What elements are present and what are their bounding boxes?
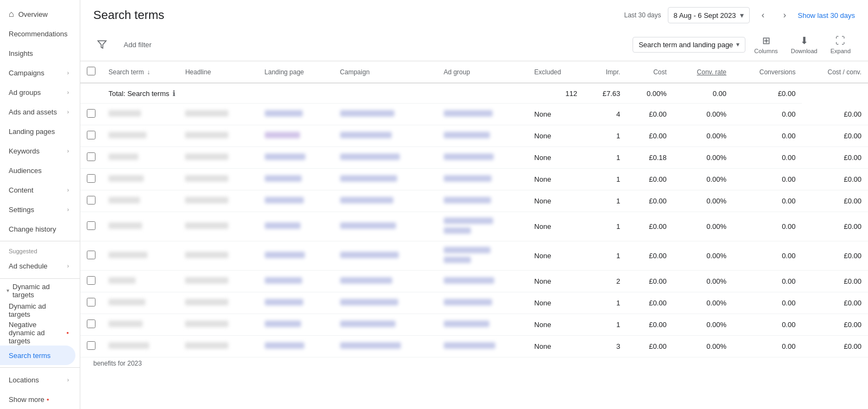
row-checkbox[interactable]	[87, 298, 95, 306]
add-filter-button[interactable]: Add filter	[119, 39, 156, 51]
row-checkbox[interactable]	[87, 174, 95, 183]
row-checkbox[interactable]	[87, 152, 95, 161]
sidebar-item-label: Locations	[9, 376, 39, 384]
svg-marker-0	[98, 41, 106, 48]
col-header-conv-rate[interactable]: Conv. rate	[673, 61, 733, 83]
cell-conv-rate: 0.00%	[673, 169, 733, 190]
row-checkbox[interactable]	[87, 131, 95, 139]
row-checkbox[interactable]	[87, 319, 95, 328]
chevron-right-icon: ›	[67, 207, 69, 213]
row-checkbox[interactable]	[87, 196, 95, 204]
sidebar-item-label: Dynamic ad targets	[9, 302, 69, 318]
cell-conv-rate: 0.00%	[673, 190, 733, 212]
cell-conversions: 0.00	[733, 292, 802, 314]
total-conversions: 0.00	[673, 83, 733, 104]
cell-ad-group	[437, 169, 528, 190]
cell-impr: 1	[584, 241, 627, 271]
select-all-header[interactable]	[80, 61, 102, 83]
sidebar-item-recommendations[interactable]: Recommendations	[0, 24, 75, 43]
row-checkbox[interactable]	[87, 341, 95, 350]
cell-ad-group	[437, 125, 528, 147]
sidebar-item-label: Recommendations	[9, 30, 67, 38]
sidebar-item-keywords[interactable]: Keywords ›	[0, 141, 75, 161]
sidebar-item-change-history[interactable]: Change history	[0, 219, 75, 239]
cell-search-term	[102, 190, 178, 212]
col-label-impr: Impr.	[606, 68, 621, 76]
row-checkbox[interactable]	[87, 221, 95, 230]
sidebar-item-campaigns[interactable]: Campaigns ›	[0, 63, 75, 82]
sidebar-item-label: Ad schedule	[9, 262, 48, 270]
download-button[interactable]: ⬇ Download	[787, 33, 822, 56]
cell-conv-rate: 0.00%	[673, 336, 733, 357]
row-checkbox[interactable]	[87, 109, 95, 118]
sidebar-item-insights[interactable]: Insights	[0, 43, 75, 63]
col-header-search-term[interactable]: Search term ↓	[102, 61, 178, 83]
sidebar-item-ad-groups[interactable]: Ad groups ›	[0, 82, 75, 102]
cell-cost: £0.00	[627, 241, 673, 271]
chevron-right-icon: ›	[67, 70, 69, 76]
sidebar-item-settings[interactable]: Settings ›	[0, 200, 75, 219]
cell-campaign	[334, 314, 437, 336]
sidebar-item-show-more[interactable]: Show more	[0, 389, 75, 409]
date-label: Last 30 days	[624, 11, 661, 19]
sidebar-item-locations[interactable]: Locations ›	[0, 370, 75, 389]
cell-headline	[178, 241, 258, 271]
cell-campaign	[334, 169, 437, 190]
filter-icon-button[interactable]	[93, 36, 111, 53]
sidebar-item-audiences[interactable]: Audiences	[0, 161, 75, 180]
table-container: Search term ↓ Headline Landing page Camp…	[80, 61, 868, 409]
columns-button[interactable]: ⊞ Columns	[750, 33, 782, 56]
download-label: Download	[791, 48, 818, 54]
sidebar-item-dynamic-ad-targets-toggle[interactable]: ▾ Dynamic ad targets	[0, 280, 75, 301]
col-header-landing-page: Landing page	[258, 61, 334, 83]
cell-cost-conv: £0.00	[802, 336, 868, 357]
sidebar-item-dynamic-ad-targets[interactable]: Dynamic ad targets	[0, 301, 75, 321]
cell-conversions: 0.00	[733, 104, 802, 125]
total-cost-conv: £0.00	[733, 83, 802, 104]
sidebar-item-content[interactable]: Content ›	[0, 180, 75, 200]
info-icon[interactable]: ℹ	[173, 89, 175, 98]
col-header-headline: Headline	[178, 61, 258, 83]
cell-campaign	[334, 292, 437, 314]
date-picker[interactable]: 8 Aug - 6 Sept 2023 ▾	[668, 7, 750, 23]
sidebar-item-negative-dynamic[interactable]: Negative dynamic ad targets	[0, 321, 75, 346]
cell-landing-page	[258, 104, 334, 125]
col-label-conversions: Conversions	[760, 68, 796, 76]
prev-date-button[interactable]: ‹	[754, 7, 771, 24]
col-label-conv-rate: Conv. rate	[697, 68, 726, 76]
sidebar-item-ad-schedule[interactable]: Ad schedule ›	[0, 257, 75, 276]
cell-cost: £0.00	[627, 190, 673, 212]
row-checkbox[interactable]	[87, 276, 95, 285]
cell-cost-conv: £0.00	[802, 104, 868, 125]
cell-cost-conv: £0.00	[802, 271, 868, 292]
sidebar-item-search-terms[interactable]: Search terms	[0, 346, 75, 365]
cell-conversions: 0.00	[733, 190, 802, 212]
cell-search-term	[102, 314, 178, 336]
col-header-cost-conv: Cost / conv.	[802, 61, 868, 83]
cell-impr: 4	[584, 104, 627, 125]
cell-ad-group	[437, 104, 528, 125]
row-checkbox[interactable]	[87, 251, 95, 259]
sidebar-item-overview[interactable]: ⌂ Overview	[0, 4, 75, 24]
show-last-link[interactable]: Show last 30 days	[797, 11, 855, 20]
cell-campaign	[334, 190, 437, 212]
sidebar-divider-3	[0, 367, 80, 368]
sidebar-item-label: Dynamic ad targets	[12, 283, 69, 299]
cell-excluded: None	[528, 314, 584, 336]
cell-landing-page	[258, 147, 334, 169]
suggested-section-label: Suggested	[0, 244, 80, 257]
expand-button[interactable]: ⛶ Expand	[826, 33, 855, 56]
cell-search-term	[102, 271, 178, 292]
chevron-right-icon: ›	[67, 109, 69, 115]
select-all-checkbox[interactable]	[87, 67, 95, 75]
view-selector[interactable]: Search term and landing page ▾	[633, 37, 745, 53]
cell-landing-page	[258, 241, 334, 271]
next-date-button[interactable]: ›	[776, 7, 793, 24]
table-row: None4£0.000.00%0.00£0.00	[80, 104, 868, 125]
cell-search-term	[102, 241, 178, 271]
sidebar-item-ads-assets[interactable]: Ads and assets ›	[0, 102, 75, 122]
cell-conversions: 0.00	[733, 169, 802, 190]
sidebar-item-landing-pages[interactable]: Landing pages	[0, 122, 75, 141]
cell-campaign	[334, 212, 437, 241]
cell-headline	[178, 169, 258, 190]
